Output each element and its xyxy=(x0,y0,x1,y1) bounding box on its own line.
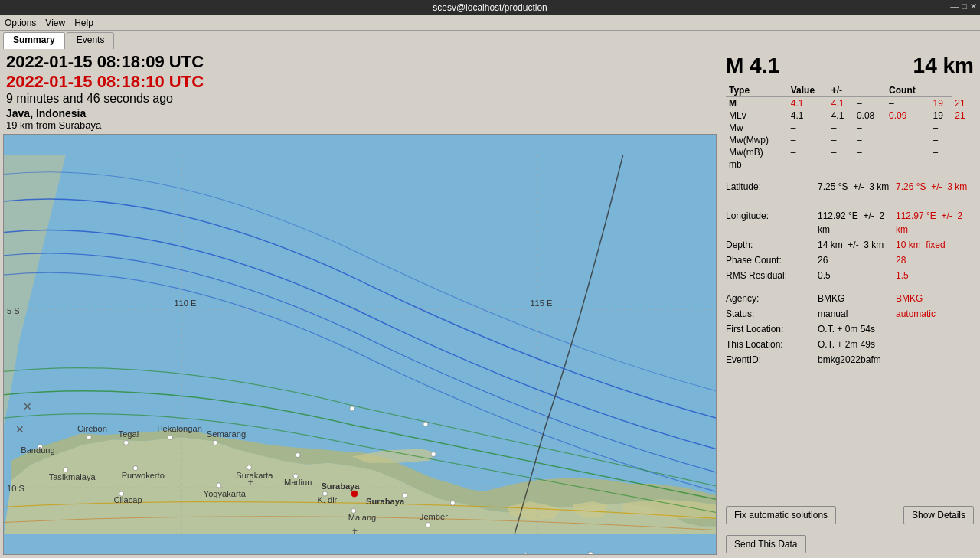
cnt2-mb xyxy=(952,158,974,171)
svg-point-30 xyxy=(351,508,356,513)
pm-Mw: – xyxy=(854,122,886,134)
type-MwmB: Mw(mB) xyxy=(726,146,788,158)
mag-row-Mw: Mw – – – – xyxy=(726,122,974,134)
depth-label: Depth: xyxy=(726,238,818,252)
mag-row-mb: mb – – – – xyxy=(726,158,974,171)
svg-text:Pekalongan: Pekalongan xyxy=(157,424,202,433)
event-id-row: EventID: bmkg2022bafm xyxy=(726,353,974,367)
agency-val2: BMKG xyxy=(896,292,974,305)
svg-point-48 xyxy=(403,493,407,498)
tab-events[interactable]: Events xyxy=(67,32,115,49)
val1-mb: – xyxy=(788,158,828,171)
event-location: Java, Indonesia xyxy=(6,107,714,119)
depth-value: 14 km xyxy=(913,54,974,78)
col-count: Count xyxy=(886,84,929,97)
first-loc-label: First Location: xyxy=(726,322,818,336)
phase-count-val1: 26 xyxy=(818,253,896,267)
svg-point-27 xyxy=(351,491,358,497)
svg-text:Bandung: Bandung xyxy=(21,445,54,455)
val1-M: 4.1 xyxy=(788,97,828,110)
pm1-MLv: 0.08 xyxy=(854,109,886,122)
longitude-row: Longitude: 112.92 °E +/- 2 km 112.97 °E … xyxy=(726,209,974,237)
val1-Mw: – xyxy=(788,122,828,134)
val1-MwmB: – xyxy=(788,146,828,158)
bottom-buttons: Fix automatic solutions Send This Data S… xyxy=(726,500,974,553)
magnitude-table: Type Value +/- Count M 4.1 4.1 – – 19 21 xyxy=(726,84,974,171)
svg-text:Surabaya: Surabaya xyxy=(366,497,405,506)
val1-MLv: 4.1 xyxy=(788,109,828,122)
event-id-label: EventID: xyxy=(726,353,818,367)
val2-MwMwp: – xyxy=(828,134,854,146)
pm-mb: – xyxy=(854,158,886,171)
svg-point-46 xyxy=(431,452,436,457)
menu-bar: Options View Help xyxy=(0,15,980,31)
svg-text:Tegal: Tegal xyxy=(119,429,139,439)
val2-MwmB: – xyxy=(828,146,854,158)
svg-point-42 xyxy=(64,468,68,472)
extra-MwMwp xyxy=(886,134,929,146)
window-controls[interactable]: — □ ✕ xyxy=(950,2,977,11)
agency-label: Agency: xyxy=(726,292,818,305)
event-time-utc: 2022-01-15 08:18:09 UTC xyxy=(6,52,714,72)
show-details-button[interactable]: Show Details xyxy=(903,506,974,524)
cnt-MwmB: – xyxy=(929,146,952,158)
cnt2-Mw xyxy=(952,122,974,134)
event-info: 2022-01-15 08:18:09 UTC 2022-01-15 08:18… xyxy=(0,49,720,134)
extra-MwmB xyxy=(886,146,929,158)
extra-Mw xyxy=(886,122,929,134)
val2-Mw: – xyxy=(828,122,854,134)
svg-point-47 xyxy=(423,422,428,426)
minimize-button[interactable]: — xyxy=(950,2,959,11)
fix-auto-solutions-button[interactable]: Fix automatic solutions xyxy=(726,506,836,524)
rms-val2: 1.5 xyxy=(896,269,974,282)
cnt2-M: 21 xyxy=(952,97,974,110)
depth-val2: 10 km fixed xyxy=(896,238,974,252)
type-Mw: Mw xyxy=(726,122,788,134)
this-loc-label: This Location: xyxy=(726,338,818,351)
svg-text:K. diri: K. diri xyxy=(317,495,338,504)
send-data-button[interactable]: Send This Data xyxy=(726,535,806,553)
svg-text:10 S: 10 S xyxy=(7,484,24,493)
svg-text:Malang: Malang xyxy=(348,513,376,522)
magnitude-value: M 4.1 xyxy=(726,54,779,78)
map-container[interactable]: 110 E 115 E 5 S 10 S xyxy=(3,134,717,555)
type-MLv: MLv xyxy=(726,109,788,122)
rms-label: RMS Residual: xyxy=(726,269,818,282)
menu-view[interactable]: View xyxy=(45,18,65,28)
cnt-MwMwp: – xyxy=(929,134,952,146)
event-id-val1: bmkg2022bafm xyxy=(818,353,974,367)
cnt-Mw: – xyxy=(929,122,952,134)
type-MwMwp: Mw(Mwp) xyxy=(726,134,788,146)
tab-summary[interactable]: Summary xyxy=(3,32,65,49)
cnt1-MLv: 19 xyxy=(929,109,952,122)
maximize-button[interactable]: □ xyxy=(962,2,967,11)
svg-text:Semarang: Semarang xyxy=(207,429,246,439)
cnt-mb: – xyxy=(929,158,952,171)
svg-text:110 E: 110 E xyxy=(174,299,196,308)
pm-MwmB: – xyxy=(854,146,886,158)
longitude-val2: 112.97 °E +/- 2 km xyxy=(896,209,974,237)
col-value: Value xyxy=(788,84,828,97)
mag-row-MwMwp: Mw(Mwp) – – – – xyxy=(726,134,974,146)
menu-options[interactable]: Options xyxy=(5,18,36,28)
col-extra xyxy=(854,84,886,97)
phase-count-row: Phase Count: 26 28 xyxy=(726,253,974,267)
svg-text:Surakarta: Surakarta xyxy=(236,471,273,480)
svg-point-13 xyxy=(124,440,129,445)
close-button[interactable]: ✕ xyxy=(970,2,977,11)
latitude-val2: 7.26 °S +/- 3 km xyxy=(896,180,974,207)
info-section: Latitude: 7.25 °S +/- 3 km 7.26 °S +/- 3… xyxy=(726,178,974,368)
first-loc-val1: O.T. + 0m 54s xyxy=(818,322,974,336)
latitude-row: Latitude: 7.25 °S +/- 3 km 7.26 °S +/- 3… xyxy=(726,180,974,207)
svg-point-34 xyxy=(523,553,528,554)
pm-M: – xyxy=(854,97,886,110)
svg-text:✕: ✕ xyxy=(15,423,24,436)
svg-text:Purwokerto: Purwokerto xyxy=(122,471,165,480)
menu-help[interactable]: Help xyxy=(74,18,93,28)
event-time-utc-red: 2022-01-15 08:18:10 UTC xyxy=(6,72,714,92)
event-distance: 19 km from Surabaya xyxy=(6,119,714,131)
left-buttons: Fix automatic solutions Send This Data xyxy=(726,506,836,553)
title-bar: scesv@localhost/production — □ ✕ xyxy=(0,0,980,15)
first-loc-row: First Location: O.T. + 0m 54s xyxy=(726,322,974,336)
this-loc-val1: O.T. + 2m 49s xyxy=(818,338,974,351)
